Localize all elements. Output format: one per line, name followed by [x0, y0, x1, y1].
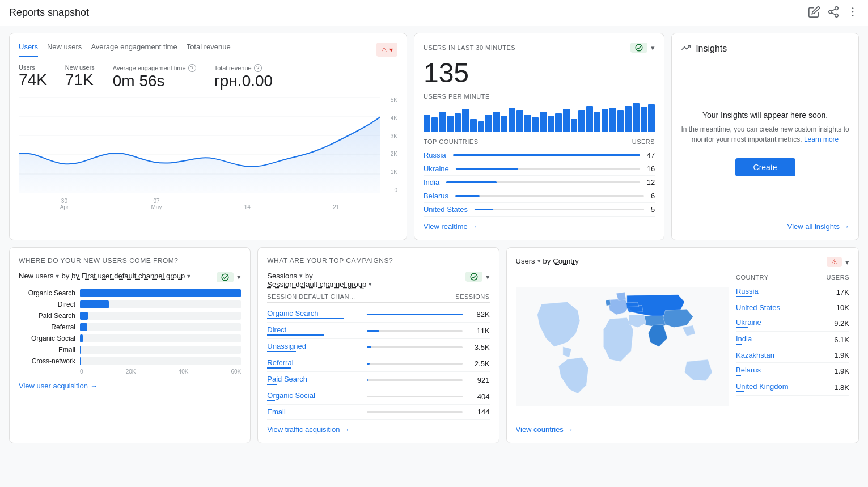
map-india-name[interactable]: India: [736, 334, 752, 345]
arrow-right-icon: →: [90, 382, 98, 390]
acquisition-controls: ▾: [217, 272, 241, 282]
country-list-col: COUNTRY: [736, 274, 769, 281]
country-bar-russia: [453, 154, 640, 156]
metric-users: Users 74K: [19, 64, 47, 89]
view-acquisition-link[interactable]: View user acquisition →: [19, 382, 241, 390]
country-val-ukraine: 16: [647, 164, 655, 173]
countries-table: TOP COUNTRIES USERS Russia 47 Ukraine 16: [424, 138, 655, 217]
campaigns-check-badge[interactable]: [465, 272, 482, 282]
country-bar-belarus: [455, 195, 644, 197]
chart-x-labels: 30Apr 07May 14 21: [19, 193, 380, 210]
insights-card: Insights Your Insights will appear here …: [671, 33, 859, 240]
map-us-val: 10K: [836, 303, 849, 312]
session-paid-search[interactable]: Paid Search: [267, 375, 362, 385]
session-referral[interactable]: Referral: [267, 358, 362, 369]
session-row-organic: Organic Search 82K: [267, 306, 489, 323]
country-col-label: TOP COUNTRIES: [424, 138, 479, 145]
country-name-ukraine[interactable]: Ukraine: [424, 164, 449, 173]
country-name-us[interactable]: United States: [424, 205, 468, 214]
country-name-russia[interactable]: Russia: [424, 151, 446, 159]
map-russia-name[interactable]: Russia: [736, 287, 759, 297]
hbar-organic-search: Organic Search: [19, 289, 241, 297]
session-email[interactable]: Email: [267, 408, 362, 416]
engagement-info-icon[interactable]: ?: [188, 64, 196, 72]
learn-more-link[interactable]: Learn more: [804, 135, 839, 143]
tab-engagement[interactable]: Average engagement time: [91, 43, 177, 57]
view-all-insights-link[interactable]: View all insights →: [681, 222, 849, 231]
map-area: COUNTRY USERS Russia 17K United States 1…: [516, 274, 849, 420]
warning-dropdown: ▾: [389, 46, 393, 54]
acquisition-card: WHERE DO YOUR NEW USERS COME FROM? New u…: [9, 247, 251, 443]
revenue-info-icon[interactable]: ?: [254, 64, 262, 72]
metric-new-users: New users 71K: [65, 64, 95, 89]
acquisition-subtitle: New users ▾ by by First user default cha…: [19, 272, 190, 280]
map-dropdown-icon[interactable]: ▾: [845, 258, 849, 266]
realtime-check-badge[interactable]: [630, 43, 647, 53]
sessions-table: SESSION DEFAULT CHAN... SESSIONS Organic…: [267, 293, 489, 420]
tab-revenue[interactable]: Total revenue: [187, 43, 231, 57]
map-belarus-name[interactable]: Belarus: [736, 366, 761, 376]
acquisition-check-badge[interactable]: [217, 272, 234, 282]
chart-y-labels: 5K 4K 3K 2K 1K 0: [391, 97, 397, 193]
world-map-svg: [516, 274, 729, 420]
session-direct[interactable]: Direct: [267, 325, 362, 336]
map-india-val: 6.1K: [834, 336, 849, 344]
svg-line-4: [832, 9, 835, 11]
warning-badge[interactable]: ⚠ ▾: [376, 43, 397, 57]
map-uk-val: 1.8K: [834, 383, 849, 392]
create-button[interactable]: Create: [735, 158, 795, 176]
svg-point-2: [835, 14, 839, 17]
svg-point-0: [835, 7, 839, 10]
session-row-direct: Direct 11K: [267, 323, 489, 339]
hbar-cross-network: Cross-network: [19, 357, 241, 365]
campaigns-controls: ▾: [465, 272, 490, 282]
metric-users-value: 74K: [19, 71, 47, 89]
campaigns-dropdown-icon[interactable]: ▾: [486, 273, 490, 281]
hbar-axis: 0 20K 40K 60K: [80, 369, 241, 375]
session-organic-search[interactable]: Organic Search: [267, 309, 362, 319]
share-icon[interactable]: [827, 6, 840, 20]
world-map: [516, 274, 729, 420]
map-controls: ⚠ ▾: [827, 257, 849, 267]
realtime-bar-chart: [424, 103, 655, 132]
acquisition-dropdown-icon[interactable]: ▾: [237, 273, 241, 281]
campaigns-card: WHAT ARE YOUR TOP CAMPAIGNS? Sessions ▾ …: [257, 247, 499, 443]
map-warning-badge[interactable]: ⚠: [827, 257, 842, 267]
svg-point-14: [636, 44, 642, 51]
realtime-card: USERS IN LAST 30 MINUTES ▾ 135 USERS PER…: [414, 33, 664, 240]
map-india-row: India 6.1K: [736, 332, 849, 348]
map-us-name[interactable]: United States: [736, 303, 780, 312]
map-kazakhstan-row: Kazakhstan 1.9K: [736, 348, 849, 363]
realtime-dropdown-icon[interactable]: ▾: [651, 44, 655, 52]
country-row-belarus: Belarus 6: [424, 189, 655, 203]
map-ukraine-name[interactable]: Ukraine: [736, 318, 761, 328]
map-kazakhstan-name[interactable]: Kazakhstan: [736, 351, 774, 359]
country-name-belarus[interactable]: Belarus: [424, 192, 448, 200]
campaigns-subtitle: Sessions ▾ by Session default channel gr…: [267, 272, 372, 289]
view-countries-link[interactable]: View countries →: [516, 425, 849, 434]
view-traffic-link[interactable]: View traffic acquisition →: [267, 425, 489, 434]
metric-engagement: Average engagement time ? 0m 56s: [113, 64, 196, 90]
map-ukraine-val: 9.2K: [834, 319, 849, 328]
view-realtime-link[interactable]: View realtime →: [424, 222, 655, 231]
country-row-ukraine: Ukraine 16: [424, 162, 655, 176]
metric-new-users-label: New users: [65, 64, 95, 71]
map-us-row: United States 10K: [736, 300, 849, 315]
realtime-value: 135: [424, 57, 655, 88]
sessions-col-sessions: SESSIONS: [455, 293, 489, 300]
tab-users[interactable]: Users: [19, 43, 38, 57]
tab-new-users[interactable]: New users: [47, 43, 82, 57]
session-organic-social[interactable]: Organic Social: [267, 391, 362, 401]
map-uk-row: United Kingdom 1.8K: [736, 379, 849, 396]
insights-sub-text: In the meantime, you can create new cust…: [681, 124, 849, 145]
more-icon[interactable]: [846, 6, 859, 20]
country-bar-ukraine: [456, 168, 640, 170]
session-unassigned[interactable]: Unassigned: [267, 342, 362, 352]
metrics-chart: 5K 4K 3K 2K 1K 0: [19, 97, 397, 210]
map-uk-name[interactable]: United Kingdom: [736, 382, 789, 392]
edit-icon[interactable]: [808, 6, 820, 20]
metric-new-users-value: 71K: [65, 71, 95, 89]
acquisition-subtitle-row: New users ▾ by by First user default cha…: [19, 272, 241, 282]
country-name-india[interactable]: India: [424, 178, 439, 187]
metrics-tabs: Users New users Average engagement time …: [19, 43, 397, 57]
